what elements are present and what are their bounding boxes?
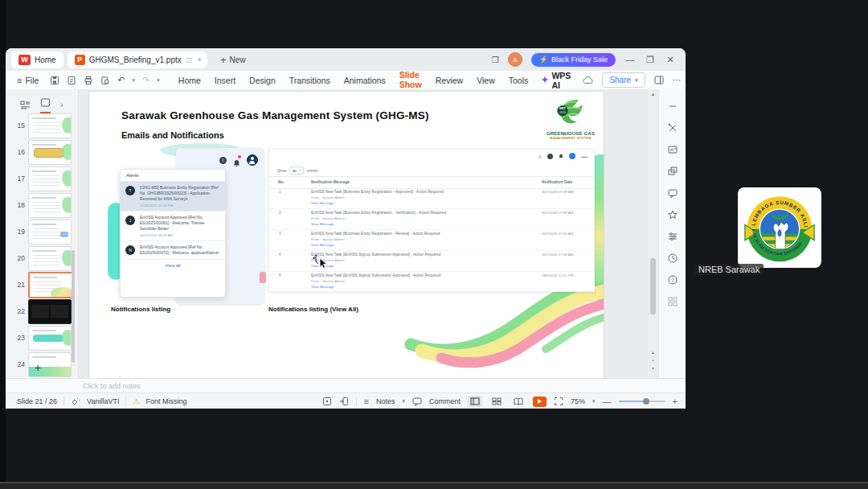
- minimize-button[interactable]: —: [624, 55, 636, 64]
- zoom-in-button[interactable]: +: [673, 397, 678, 406]
- tab-preview-icon[interactable]: ▢: [186, 56, 193, 64]
- comments-pane-icon[interactable]: [667, 187, 678, 199]
- print-preview-icon[interactable]: [100, 76, 110, 85]
- zoom-slider-thumb[interactable]: [643, 398, 649, 405]
- slide-thumbnail-21-selected[interactable]: 21: [12, 273, 75, 297]
- apps-grid-icon[interactable]: [667, 296, 678, 307]
- zoom-out-button[interactable]: —: [603, 397, 612, 406]
- help-panel-icon[interactable]: ?: [667, 274, 678, 286]
- participant-video-tile[interactable]: LEMBAGA SUMBER ASLI DAN ALAM SEKITAR SAR…: [738, 187, 821, 268]
- scrollbar-thumb[interactable]: [650, 258, 656, 314]
- theme-design-icon[interactable]: [667, 144, 678, 155]
- theme-name[interactable]: VanillaVTI: [87, 397, 119, 405]
- tab-home[interactable]: W Home: [11, 51, 63, 68]
- selection-box-icon[interactable]: [322, 397, 332, 406]
- toolbar-expand-icon[interactable]: ▾: [157, 77, 160, 84]
- slide-thumbnail-16[interactable]: 16: [12, 140, 75, 164]
- promo-button[interactable]: ⚡ Black Friday Sale: [531, 53, 616, 67]
- restore-button[interactable]: ❐: [645, 55, 656, 65]
- wps-window: W Home P GHGMS_Briefing_v1.pptx ▢ ✳ + Ne…: [6, 48, 686, 409]
- collapse-panel-icon[interactable]: ›: [60, 101, 63, 109]
- cloud-sync-icon[interactable]: [582, 76, 593, 84]
- slideshow-play-button[interactable]: [533, 397, 547, 407]
- share-button[interactable]: Share ▾: [602, 72, 645, 88]
- alerts-dropdown: Alerts T [GHG-MS] Business Entity Regist…: [120, 169, 226, 298]
- view-message-link[interactable]: View Message: [311, 243, 528, 247]
- view-message-link[interactable]: View Message: [311, 264, 528, 268]
- outline-view-icon[interactable]: [20, 101, 31, 109]
- undo-caret-icon[interactable]: ▾: [133, 77, 136, 84]
- thumbnail-number: 19: [12, 228, 28, 236]
- menu-home[interactable]: Home: [178, 73, 202, 88]
- zoom-level[interactable]: 75%: [571, 397, 585, 405]
- slide-thumbnail-19[interactable]: 19: [12, 220, 75, 244]
- alert-item[interactable]: N EnViSS Account Approved [Ref No. ES/20…: [121, 241, 225, 259]
- view-message-link[interactable]: View Message: [311, 201, 528, 205]
- slide-thumbnail-24[interactable]: 24: [12, 352, 75, 376]
- tab-document[interactable]: P GHGMS_Briefing_v1.pptx ▢ ✳: [68, 51, 207, 68]
- redo-icon[interactable]: ↷: [142, 75, 149, 85]
- menu-review[interactable]: Review: [435, 73, 464, 88]
- thumbnail-number: 15: [12, 121, 28, 129]
- menu-animations[interactable]: Animations: [343, 73, 387, 88]
- view-message-link[interactable]: View Message: [311, 222, 528, 226]
- canvas-scrollbar[interactable]: ▴ ▴▪▾: [648, 89, 658, 378]
- objects-layers-icon[interactable]: [667, 166, 678, 177]
- wps-ai-button[interactable]: ✦ WPS AI: [541, 71, 571, 90]
- slide-view-icon[interactable]: [40, 96, 51, 113]
- slide-thumbnail-23[interactable]: 23: [12, 326, 75, 350]
- settings-sliders-icon[interactable]: [667, 231, 678, 242]
- reading-view-button[interactable]: [511, 396, 526, 407]
- print-icon[interactable]: [84, 76, 93, 85]
- notes-caret-icon[interactable]: ▾: [403, 398, 406, 405]
- zoom-slider[interactable]: [619, 401, 665, 402]
- favorites-icon[interactable]: [667, 209, 678, 220]
- export-pdf-icon[interactable]: [67, 76, 76, 85]
- comment-button[interactable]: Comment: [429, 397, 461, 405]
- windows-stack-icon[interactable]: ❐: [492, 55, 499, 64]
- undo-icon[interactable]: ↶: [117, 75, 125, 85]
- slide-thumbnail-18[interactable]: 18: [12, 193, 75, 217]
- task-pane-icon[interactable]: [654, 76, 664, 84]
- file-menu[interactable]: ≡ File: [17, 76, 39, 85]
- menu-view[interactable]: View: [476, 73, 496, 88]
- notes-toggle[interactable]: Notes: [376, 397, 395, 405]
- menu-transitions[interactable]: Transitions: [289, 73, 331, 88]
- view-message-link[interactable]: View Message: [311, 285, 528, 289]
- thumbnail-number: 24: [12, 360, 28, 368]
- add-slide-button[interactable]: +: [35, 361, 41, 374]
- slide-thumbnail-17[interactable]: 17: [12, 166, 75, 191]
- account-avatar[interactable]: A: [508, 52, 522, 67]
- more-options-icon[interactable]: ⋯: [673, 75, 682, 85]
- entries-select[interactable]: All ▾: [289, 166, 304, 175]
- slide-thumbnail-15[interactable]: 15: [12, 113, 75, 138]
- alert-item[interactable]: T [GHG-MS] Business Entity Registration …: [121, 182, 225, 212]
- font-missing-label[interactable]: Font Missing: [145, 397, 186, 405]
- notes-bar[interactable]: Click to add notes: [6, 378, 686, 393]
- menu-tools[interactable]: Tools: [508, 73, 530, 88]
- collapse-pane-icon[interactable]: [667, 101, 678, 112]
- slide-21[interactable]: Sarawak Greenhouse Gas Management System…: [88, 91, 604, 379]
- menu-design[interactable]: Design: [248, 73, 276, 88]
- comment-icon[interactable]: [412, 397, 422, 406]
- alert-item[interactable]: J EnViSS Account Approved [Ref No. ES/20…: [121, 212, 225, 241]
- new-tab-button[interactable]: + New: [220, 54, 246, 66]
- alerts-view-all-link[interactable]: View all: [121, 259, 225, 271]
- scroll-up-icon[interactable]: ▴: [648, 91, 658, 97]
- ai-sparkle-icon: ✦: [541, 75, 548, 85]
- menu-insert[interactable]: Insert: [214, 73, 236, 88]
- slide-thumbnail-20[interactable]: 20: [12, 246, 75, 270]
- edit-tools-icon[interactable]: [667, 122, 678, 134]
- normal-view-button[interactable]: [468, 396, 482, 407]
- save-icon[interactable]: [50, 76, 59, 85]
- prev-next-slide-buttons[interactable]: ▴▪▾: [648, 348, 658, 372]
- fit-slide-icon[interactable]: [554, 397, 563, 406]
- history-icon[interactable]: [667, 253, 678, 264]
- thumbnail-scrollbar[interactable]: [72, 250, 75, 363]
- slide-sorter-view-button[interactable]: [489, 396, 504, 407]
- zoom-caret-icon[interactable]: ▾: [592, 398, 596, 405]
- ghgms-leaf-icon: NET 2050: [555, 97, 587, 127]
- play-from-current-icon[interactable]: [339, 397, 349, 406]
- slide-thumbnail-22[interactable]: 22: [12, 299, 75, 323]
- close-button[interactable]: ✕: [665, 55, 676, 65]
